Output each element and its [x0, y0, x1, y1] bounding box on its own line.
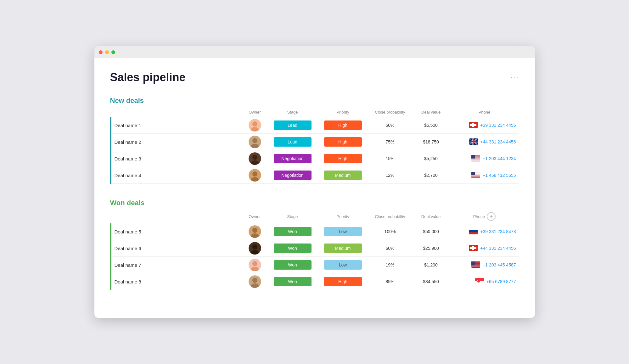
phone-number[interactable]: +1 203 445 4587	[483, 262, 516, 267]
deal-name: Deal name 5	[111, 223, 242, 240]
table-row[interactable]: Deal name 7 Won Low 19% $1,200 +1 203 44…	[111, 257, 519, 273]
deal-owner	[242, 167, 267, 184]
stage-badge: Negotiation	[274, 171, 312, 180]
new-deals-header: New deals	[110, 97, 519, 105]
svg-rect-18	[471, 159, 480, 160]
close-probability: 15%	[368, 150, 412, 167]
phone-number[interactable]: +44 331 234 4456	[480, 246, 516, 251]
phone-number[interactable]: +39 331 234 4456	[480, 123, 516, 128]
phone-cell: +65 6789 8777	[450, 273, 519, 290]
avatar	[249, 259, 261, 271]
app-window: Sales pipeline ··· New deals Owner Stage…	[94, 46, 535, 318]
deal-name: Deal name 7	[111, 257, 242, 273]
th-phone-new: Phone	[450, 107, 519, 117]
th-phone-won: Phone +	[450, 210, 519, 223]
flag-icon	[469, 228, 478, 235]
th-name-new	[111, 107, 242, 117]
close-probability: 75%	[368, 134, 412, 150]
deal-name: Deal name 8	[111, 273, 242, 290]
minimize-button[interactable]	[105, 50, 109, 54]
deal-value: $5,250	[412, 150, 450, 167]
deal-name: Deal name 2	[111, 134, 242, 150]
close-probability: 50%	[368, 117, 412, 134]
phone-number[interactable]: +65 6789 8777	[486, 279, 516, 284]
close-button[interactable]	[99, 50, 103, 54]
table-row[interactable]: Deal name 6 Won Medium 60% $25,900 +44 3…	[111, 240, 519, 257]
deal-stage: Won	[267, 223, 318, 240]
table-row[interactable]: Deal name 3 Negotiation High 15% $5,250 …	[111, 150, 519, 167]
svg-rect-20	[471, 155, 475, 159]
new-deals-section: New deals Owner Stage Priority Close pro…	[110, 97, 519, 184]
phone-number[interactable]: +1 203 444 1234	[483, 156, 516, 161]
close-probability: 60%	[368, 240, 412, 257]
th-owner-new: Owner	[242, 107, 267, 117]
phone-number[interactable]: +1 458 412 5555	[483, 173, 516, 178]
add-won-deal-button[interactable]: +	[487, 212, 496, 221]
phone-number[interactable]: +39 331 234 8478	[480, 229, 516, 234]
deal-name: Deal name 4	[111, 167, 242, 184]
deal-name: Deal name 3	[111, 150, 242, 167]
avatar	[249, 225, 261, 238]
deal-value: $50,000	[412, 223, 450, 240]
priority-badge: High	[324, 277, 362, 286]
table-row[interactable]: Deal name 1 Lead High 50% $5,500 +39 331…	[111, 117, 519, 134]
deal-owner	[242, 273, 267, 290]
won-deals-title: Won deals	[110, 199, 145, 207]
deal-stage: Won	[267, 257, 318, 273]
avatar	[249, 152, 261, 165]
phone-cell: +1 203 445 4587	[450, 257, 519, 273]
table-row[interactable]: Deal name 4 Negotiation Medium 12% $2,70…	[111, 167, 519, 184]
deal-owner	[242, 223, 267, 240]
svg-rect-5	[470, 124, 476, 126]
deal-value: $18,750	[412, 134, 450, 150]
table-row[interactable]: Deal name 5 Won Low 100% $50,000 +39 331…	[111, 223, 519, 240]
phone-number[interactable]: +44 331 234 4456	[480, 139, 516, 144]
svg-point-7	[252, 138, 257, 143]
deal-owner	[242, 150, 267, 167]
deal-name: Deal name 6	[111, 240, 242, 257]
table-row[interactable]: Deal name 8 Won High 85% $34,550 +65 678…	[111, 273, 519, 290]
phone-cell: +39 331 234 8478	[450, 223, 519, 240]
stage-badge: Won	[274, 260, 312, 270]
th-owner-won: Owner	[242, 210, 267, 223]
stage-badge: Won	[274, 227, 312, 236]
deal-owner	[242, 117, 267, 134]
deal-priority: Medium	[318, 167, 368, 184]
stage-badge: Won	[274, 244, 312, 253]
avatar	[249, 119, 261, 132]
th-priority-won: Priority	[318, 210, 368, 223]
svg-rect-52	[471, 266, 480, 266]
won-deals-section: Won deals Owner Stage Priority Close pro…	[110, 199, 519, 290]
priority-badge: High	[324, 154, 362, 163]
deal-priority: Low	[318, 223, 368, 240]
th-prob-new: Close probability	[368, 107, 412, 117]
deal-stage: Negotiation	[267, 150, 318, 167]
table-row[interactable]: Deal name 2 Lead High 75% $18,750 +44 33…	[111, 134, 519, 150]
th-stage-won: Stage	[267, 210, 318, 223]
th-value-new: Deal value	[412, 107, 450, 117]
page-title: Sales pipeline	[110, 71, 186, 84]
more-options-icon[interactable]: ···	[510, 73, 519, 81]
th-name-won	[111, 210, 242, 223]
stage-badge: Lead	[274, 120, 312, 130]
th-stage-new: Stage	[267, 107, 318, 117]
deal-priority: Low	[318, 257, 368, 273]
stage-badge: Negotiation	[274, 154, 312, 163]
deal-priority: High	[318, 134, 368, 150]
svg-point-61	[477, 280, 480, 283]
svg-point-33	[252, 228, 257, 233]
svg-rect-19	[471, 160, 480, 161]
deal-stage: Lead	[267, 134, 318, 150]
svg-rect-36	[469, 228, 478, 230]
deal-stage: Won	[267, 273, 318, 290]
deal-value: $25,900	[412, 240, 450, 257]
deal-name: Deal name 1	[111, 117, 242, 134]
maximize-button[interactable]	[111, 50, 115, 54]
deal-priority: High	[318, 117, 368, 134]
new-deals-table-header: Owner Stage Priority Close probability D…	[111, 107, 519, 117]
priority-badge: Medium	[324, 171, 362, 180]
th-priority-new: Priority	[318, 107, 368, 117]
close-probability: 100%	[368, 223, 412, 240]
deal-value: $34,550	[412, 273, 450, 290]
deal-owner	[242, 257, 267, 273]
